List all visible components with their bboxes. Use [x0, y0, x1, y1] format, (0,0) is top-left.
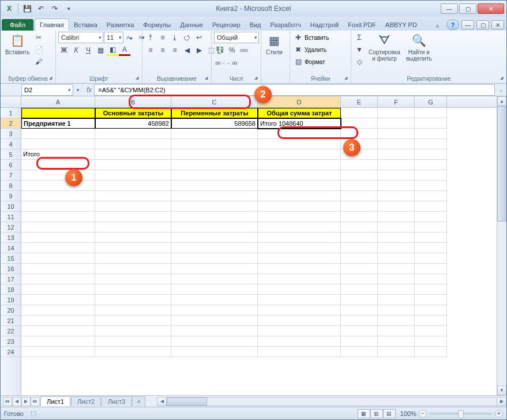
- align-bottom-icon[interactable]: ⭳: [169, 32, 181, 43]
- cell-E20[interactable]: [341, 305, 378, 316]
- v-scroll-thumb[interactable]: [497, 106, 506, 222]
- cell-C21[interactable]: [171, 316, 258, 326]
- cell-E10[interactable]: [341, 201, 378, 212]
- tab-abbyy[interactable]: ABBYY PD: [381, 19, 422, 31]
- cell-D16[interactable]: [258, 264, 341, 274]
- cell-D9[interactable]: [258, 191, 341, 201]
- cell-D15[interactable]: [258, 253, 341, 264]
- cell-F19[interactable]: [378, 295, 415, 305]
- autosum-icon[interactable]: Σ: [354, 32, 365, 43]
- inc-decimal-icon[interactable]: .00→: [214, 57, 226, 69]
- align-top-icon[interactable]: ⭱: [145, 32, 156, 43]
- cell-F14[interactable]: [378, 243, 415, 253]
- cell-A5[interactable]: Итого: [21, 149, 95, 160]
- fill-icon[interactable]: ▼: [354, 44, 365, 55]
- scroll-right-icon[interactable]: ▶: [497, 397, 506, 406]
- cell-A3[interactable]: [21, 129, 95, 139]
- cell-A18[interactable]: [21, 284, 95, 295]
- cell-E5[interactable]: [341, 149, 378, 160]
- cell-B1[interactable]: Основные затраты: [95, 108, 171, 118]
- tab-insert[interactable]: Вставка: [69, 19, 102, 31]
- cell-E19[interactable]: [341, 295, 378, 305]
- cell-C17[interactable]: [171, 274, 258, 284]
- cell-E23[interactable]: [341, 336, 378, 347]
- file-tab[interactable]: Файл: [2, 19, 33, 31]
- cell-G24[interactable]: [415, 347, 447, 357]
- cell-D19[interactable]: [258, 295, 341, 305]
- sheet-last-icon[interactable]: ⏭: [31, 397, 40, 406]
- cell-G6[interactable]: [415, 160, 447, 170]
- cell-A13[interactable]: [21, 232, 95, 243]
- styles-button[interactable]: ▦ Стили: [264, 32, 285, 57]
- cell-F24[interactable]: [378, 347, 415, 357]
- dec-decimal-icon[interactable]: ←.00: [226, 57, 238, 69]
- zoom-in-button[interactable]: +: [495, 410, 503, 418]
- cell-E13[interactable]: [341, 232, 378, 243]
- cell-G13[interactable]: [415, 232, 447, 243]
- view-normal-icon[interactable]: ▦: [358, 409, 370, 418]
- cell-D13[interactable]: [258, 232, 341, 243]
- row-header[interactable]: 18: [1, 284, 21, 295]
- copy-icon[interactable]: 📄: [33, 44, 44, 55]
- cell-F1[interactable]: [378, 108, 415, 118]
- cell-G20[interactable]: [415, 305, 447, 316]
- align-right-icon[interactable]: ≡: [169, 44, 181, 56]
- cell-A15[interactable]: [21, 253, 95, 264]
- cell-B17[interactable]: [95, 274, 171, 284]
- cell-A19[interactable]: [21, 295, 95, 305]
- cell-G3[interactable]: [415, 129, 447, 139]
- cell-E22[interactable]: [341, 326, 378, 336]
- col-header-e[interactable]: E: [341, 96, 378, 107]
- cell-F15[interactable]: [378, 253, 415, 264]
- cell-E7[interactable]: [341, 170, 378, 181]
- insert-cells-label[interactable]: Вставить: [305, 35, 329, 41]
- cell-A14[interactable]: [21, 243, 95, 253]
- cell-C7[interactable]: [171, 170, 258, 181]
- tab-review[interactable]: Рецензир: [208, 19, 245, 31]
- italic-button[interactable]: К: [70, 44, 82, 56]
- orientation-icon[interactable]: ⭯: [181, 32, 193, 43]
- cell-F9[interactable]: [378, 191, 415, 201]
- accounting-icon[interactable]: 💱: [214, 44, 226, 56]
- cell-F11[interactable]: [378, 212, 415, 222]
- sheet-next-icon[interactable]: ▶: [21, 397, 31, 406]
- cell-E11[interactable]: [341, 212, 378, 222]
- cell-C24[interactable]: [171, 347, 258, 357]
- cell-D18[interactable]: [258, 284, 341, 295]
- tab-data[interactable]: Данные: [175, 19, 208, 31]
- macro-record-icon[interactable]: ⬚: [31, 410, 36, 417]
- cell-C14[interactable]: [171, 243, 258, 253]
- col-header-d[interactable]: D: [258, 96, 341, 107]
- row-header[interactable]: 14: [1, 243, 21, 253]
- tab-view[interactable]: Вид: [245, 19, 266, 31]
- cell-D10[interactable]: [258, 201, 341, 212]
- cell-C22[interactable]: [171, 326, 258, 336]
- cell-C18[interactable]: [171, 284, 258, 295]
- cell-A8[interactable]: [21, 181, 95, 191]
- horizontal-scrollbar[interactable]: ◀ ▶: [157, 397, 506, 406]
- sheet-first-icon[interactable]: ⏮: [3, 397, 12, 406]
- cell-D5[interactable]: [258, 149, 341, 160]
- cell-G22[interactable]: [415, 326, 447, 336]
- paste-button[interactable]: 📋 Вставить: [3, 32, 32, 57]
- scroll-up-icon[interactable]: ▲: [497, 96, 506, 106]
- cell-E8[interactable]: [341, 181, 378, 191]
- wb-close-button[interactable]: ✕: [491, 20, 504, 29]
- cell-C9[interactable]: [171, 191, 258, 201]
- insert-cells-icon[interactable]: ✚: [292, 32, 304, 43]
- cell-B11[interactable]: [95, 212, 171, 222]
- cell-C12[interactable]: [171, 222, 258, 232]
- cell-A22[interactable]: [21, 326, 95, 336]
- cell-E12[interactable]: [341, 222, 378, 232]
- cell-A10[interactable]: [21, 201, 95, 212]
- cell-G2[interactable]: [415, 118, 447, 129]
- cell-G16[interactable]: [415, 264, 447, 274]
- cell-G1[interactable]: [415, 108, 447, 118]
- cell-B23[interactable]: [95, 336, 171, 347]
- cell-A21[interactable]: [21, 316, 95, 326]
- row-header[interactable]: 11: [1, 212, 21, 222]
- scroll-left-icon[interactable]: ◀: [157, 397, 167, 406]
- cell-B14[interactable]: [95, 243, 171, 253]
- cell-C13[interactable]: [171, 232, 258, 243]
- view-pagebreak-icon[interactable]: ▤: [383, 409, 396, 418]
